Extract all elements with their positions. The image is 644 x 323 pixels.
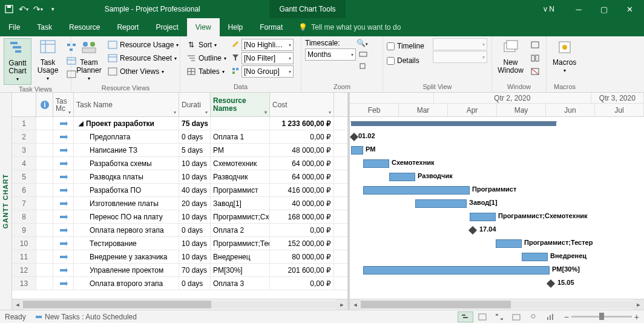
grid-hscroll[interactable]: ◄► <box>12 299 347 310</box>
view-bar[interactable]: GANTT CHART <box>0 93 12 310</box>
cell-resources[interactable]: PM <box>211 144 270 156</box>
row-number[interactable]: 10 <box>12 237 36 250</box>
view-resource-icon[interactable] <box>525 311 541 322</box>
cell-taskname[interactable]: Разработка ПО <box>74 184 179 196</box>
zoom-icon[interactable]: 🔍▾ <box>356 39 368 47</box>
col-taskmode[interactable]: Tas Mc▾ <box>53 93 74 116</box>
timeline-checkbox[interactable]: Timeline <box>387 39 424 53</box>
cell-cost[interactable]: 40 000,00 ₽ <box>270 197 334 210</box>
cell-cost[interactable]: 152 000,00 ₽ <box>270 237 334 250</box>
gantt-row[interactable]: PM <box>350 144 644 157</box>
cell-cost[interactable]: 201 600,00 ₽ <box>270 264 334 276</box>
tab-resource[interactable]: Resource <box>61 18 108 36</box>
cell-taskname[interactable]: ◢Проект разработки <box>74 117 179 130</box>
col-cost[interactable]: Cost▾ <box>270 93 334 116</box>
view-usage-icon[interactable] <box>475 311 490 322</box>
task-usage-button[interactable]: Task Usage▾ <box>34 38 62 84</box>
status-newtasks[interactable]: New Tasks : Auto Scheduled <box>34 313 137 321</box>
col-addnew[interactable] <box>334 93 347 116</box>
tables-button[interactable]: Tables▾ <box>184 65 229 78</box>
table-row[interactable]: 9Оплата первого этапа0 daysОплата 20,00 … <box>12 224 347 237</box>
switch-windows-button[interactable] <box>528 38 542 52</box>
cell-duration[interactable]: 10 days <box>179 237 211 250</box>
cell-resources[interactable]: Внедренец <box>211 250 270 263</box>
view-calendar-icon[interactable] <box>508 311 524 322</box>
cell-duration[interactable]: 5 days <box>179 144 211 156</box>
cell-resources[interactable]: Программист <box>211 184 270 196</box>
cell-cost[interactable]: 0,00 ₽ <box>270 224 334 236</box>
cell-resources[interactable]: Разводчик <box>211 170 270 183</box>
row-number[interactable]: 13 <box>12 277 36 290</box>
highlight-combo[interactable]: [No Highlight]▾ <box>242 39 294 51</box>
cell-cost[interactable]: 416 000,00 ₽ <box>270 184 334 196</box>
cell-cost[interactable]: 0,00 ₽ <box>270 277 334 290</box>
task-bar[interactable] <box>363 186 470 195</box>
col-taskname[interactable]: Task Name▾ <box>74 93 179 116</box>
row-number[interactable]: 5 <box>12 170 36 183</box>
gantt-row[interactable]: Схемотехник <box>350 157 644 170</box>
gantt-row[interactable] <box>350 117 644 130</box>
cell-resources[interactable]: Программист;Тестер <box>211 237 270 250</box>
close-button[interactable]: ✕ <box>617 1 642 18</box>
col-rownum[interactable] <box>12 93 36 116</box>
tab-report[interactable]: Report <box>108 18 147 36</box>
undo-icon[interactable]: ↶▾ <box>17 2 30 16</box>
tab-view[interactable]: View <box>187 18 220 36</box>
gantt-hscroll[interactable]: ◄► <box>350 299 644 310</box>
cell-resources[interactable]: Оплата 2 <box>211 224 270 236</box>
cell-cost[interactable]: 48 000,00 ₽ <box>270 144 334 156</box>
gantt-row[interactable]: 17.04 <box>350 224 644 237</box>
table-row[interactable]: 10Тестирование10 daysПрограммист;Тестер1… <box>12 237 347 250</box>
view-report-icon[interactable] <box>542 311 558 322</box>
summary-bar[interactable] <box>351 121 556 126</box>
macros-button[interactable]: Macros▾ <box>550 38 579 76</box>
gantt-row[interactable]: Разводчик <box>350 170 644 184</box>
zoom-in-icon[interactable]: + <box>634 312 639 322</box>
row-number[interactable]: 3 <box>12 144 36 156</box>
table-row[interactable]: 4Разработка схемы10 daysСхемотехник64 00… <box>12 157 347 170</box>
zoom-slider[interactable]: − + <box>564 312 639 322</box>
table-row[interactable]: 11Внедрение у заказчика10 daysВнедренец8… <box>12 250 347 264</box>
gantt-row[interactable]: Программист <box>350 184 644 197</box>
new-window-button[interactable]: New Window <box>496 38 525 76</box>
other-resource-views-button[interactable]: Other Views▾ <box>105 65 181 78</box>
milestone[interactable] <box>547 279 555 288</box>
cell-cost[interactable]: 80 000,00 ₽ <box>270 250 334 263</box>
timescale-combo[interactable]: Months▾ <box>305 48 356 61</box>
details-checkbox[interactable]: Details <box>387 54 424 67</box>
task-bar[interactable] <box>363 159 389 168</box>
cell-taskname[interactable]: Перенос ПО на плату <box>74 210 179 223</box>
gantt-row[interactable]: Завод[1] <box>350 197 644 210</box>
cell-cost[interactable]: 64 000,00 ₽ <box>270 157 334 170</box>
minimize-button[interactable]: ─ <box>567 1 591 18</box>
cell-duration[interactable]: 0 days <box>179 224 211 236</box>
cell-taskname[interactable]: Внедрение у заказчика <box>74 250 179 263</box>
cell-cost[interactable]: 0,00 ₽ <box>270 130 334 143</box>
team-planner-button[interactable]: Team Planner▾ <box>75 38 103 84</box>
cell-duration[interactable]: 75 days <box>179 117 211 130</box>
redo-icon[interactable]: ↷▾ <box>31 2 45 16</box>
row-number[interactable]: 9 <box>12 224 36 236</box>
save-icon[interactable] <box>2 2 16 16</box>
zoom-entire-icon[interactable] <box>358 50 368 60</box>
row-number[interactable]: 6 <box>12 184 36 196</box>
cell-resources[interactable]: Завод[1] <box>211 197 270 210</box>
zoom-selected-icon[interactable] <box>358 62 368 72</box>
row-number[interactable]: 1 <box>12 117 36 130</box>
resource-usage-button[interactable]: Resource Usage▾ <box>105 38 181 52</box>
cell-cost[interactable]: 1 233 600,00 ₽ <box>270 117 334 130</box>
cell-duration[interactable]: 70 days <box>179 264 211 276</box>
col-duration[interactable]: Durati▾ <box>179 93 211 116</box>
table-row[interactable]: 5Разводка платы10 daysРазводчик64 000,00… <box>12 170 347 184</box>
arrange-all-button[interactable] <box>528 52 542 65</box>
cell-taskname[interactable]: Оплата первого этапа <box>74 224 179 236</box>
cell-resources[interactable]: Программист;Схемотехник <box>211 210 270 223</box>
sort-button[interactable]: ⇅Sort▾ <box>184 38 229 52</box>
row-number[interactable]: 2 <box>12 130 36 143</box>
cell-resources[interactable] <box>211 117 270 130</box>
cell-duration[interactable]: 10 days <box>179 250 211 263</box>
view-gantt-icon[interactable] <box>458 311 473 322</box>
gantt-chart-button[interactable]: Gantt Chart▾ <box>4 38 31 85</box>
row-number[interactable]: 7 <box>12 197 36 210</box>
cell-duration[interactable]: 40 days <box>179 184 211 196</box>
